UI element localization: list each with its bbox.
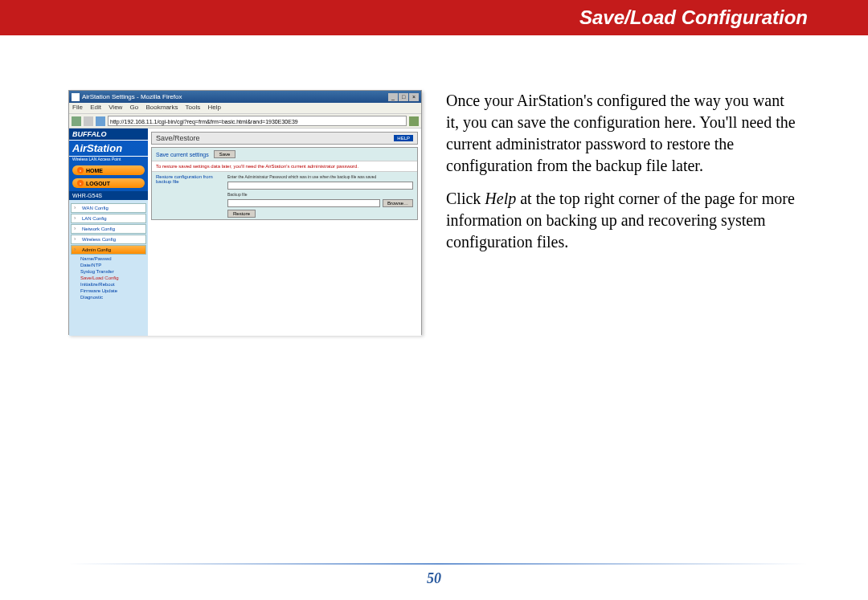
browse-button[interactable]: Browse… [383, 199, 413, 207]
menu-file[interactable]: File [72, 104, 83, 111]
reload-icon[interactable] [96, 116, 105, 126]
chevron-icon: › [74, 226, 80, 232]
sidebar: BUFFALO AirStation Wireless LAN Access P… [69, 129, 148, 336]
panel-title: Save/Restore [156, 134, 200, 142]
sidebar-item-wireless[interactable]: ›Wireless Config [71, 235, 146, 244]
url-field[interactable]: http://192.168.11.1/cgi-bin/cgi?req=frm&… [108, 116, 407, 126]
product-name: AirStation [69, 141, 148, 157]
file-line: Browse… [227, 199, 413, 207]
panel-header: Save/Restore HELP [151, 132, 418, 145]
paragraph-2: Click Help at the top right corner of th… [446, 188, 800, 253]
sub-item-init[interactable]: Initialize/Reboot [71, 281, 146, 288]
sidebar-items: ›WAN Config ›LAN Config ›Network Config … [69, 200, 148, 336]
forward-icon[interactable] [84, 116, 93, 126]
menu-tools[interactable]: Tools [186, 104, 201, 111]
paragraph-1: Once your AirStation's configured the wa… [446, 90, 800, 177]
help-button[interactable]: HELP [394, 135, 413, 141]
home-label: HOME [86, 168, 103, 173]
sidebar-item-label: Wireless Config [82, 237, 116, 242]
password-input[interactable] [227, 182, 413, 190]
logo: BUFFALO [69, 129, 148, 141]
sidebar-item-network[interactable]: ›Network Config [71, 224, 146, 234]
sidebar-item-label: Admin Config [82, 247, 111, 252]
go-icon[interactable] [409, 116, 419, 126]
document-page: Save/Load Configuration AirStation Setti… [0, 0, 868, 600]
product-sub: Wireless LAN Access Point [69, 157, 148, 164]
sub-item-syslog[interactable]: Syslog Transfer [71, 268, 146, 275]
close-button[interactable]: × [409, 93, 419, 101]
chevron-icon: › [74, 236, 80, 243]
menu-go[interactable]: Go [130, 104, 139, 111]
save-button[interactable]: Save [214, 150, 236, 158]
save-row: Save current settings Save [152, 148, 417, 161]
logout-button[interactable]: ›LOGOUT [72, 178, 145, 188]
sidebar-item-label: Network Config [82, 227, 115, 231]
window-titlebar: AirStation Settings - Mozilla Firefox _ … [69, 91, 421, 103]
restore-row: Restore configuration from backup file E… [152, 172, 417, 219]
sidebar-item-lan[interactable]: ›LAN Config [71, 214, 146, 223]
p2-emphasis: Help [485, 190, 516, 207]
file-input[interactable] [227, 199, 380, 207]
app-icon [72, 93, 80, 101]
screenshot-mockup: AirStation Settings - Mozilla Firefox _ … [68, 90, 422, 335]
main-panel: Save/Restore HELP Save current settings … [148, 129, 421, 336]
chevron-icon: › [74, 215, 80, 222]
menu-help[interactable]: Help [208, 104, 221, 111]
sub-item-date[interactable]: Date/NTP [71, 262, 146, 268]
sub-item-name[interactable]: Name/Passwd [71, 255, 146, 262]
warning-note: To restore saved settings data later, yo… [152, 161, 417, 172]
sub-item-saveload[interactable]: Save/Load Config [71, 275, 146, 281]
p2-text-a: Click [446, 190, 485, 207]
window-title: AirStation Settings - Mozilla Firefox [82, 93, 388, 100]
save-label: Save current settings [156, 152, 209, 157]
chevron-icon: › [74, 205, 80, 211]
address-bar: http://192.168.11.1/cgi-bin/cgi?req=frm&… [69, 114, 421, 129]
browser-menubar: File Edit View Go Bookmarks Tools Help [69, 103, 421, 114]
home-button[interactable]: ›HOME [72, 165, 145, 175]
window-buttons: _ □ × [388, 93, 419, 101]
model-label: WHR-G54S [69, 191, 148, 200]
content-area: AirStation Settings - Mozilla Firefox _ … [0, 35, 868, 351]
restore-controls: Enter the Administrator Password which w… [227, 174, 413, 217]
backup-file-label: Backup file [227, 192, 413, 198]
maximize-button[interactable]: □ [399, 93, 408, 101]
sub-item-diag[interactable]: Diagnostic [71, 294, 146, 300]
password-line [227, 182, 413, 190]
minimize-button[interactable]: _ [388, 93, 398, 101]
content-box: Save current settings Save To restore sa… [151, 147, 418, 220]
logout-label: LOGOUT [86, 181, 110, 186]
header-band: Save/Load Configuration [0, 0, 868, 35]
body-text: Once your AirStation's configured the wa… [446, 90, 800, 335]
sub-item-firmware[interactable]: Firmware Update [71, 288, 146, 294]
sidebar-item-admin[interactable]: ›Admin Config [71, 245, 146, 255]
sidebar-item-label: LAN Config [82, 216, 107, 221]
sidebar-item-label: WAN Config [82, 206, 108, 210]
browser-body: BUFFALO AirStation Wireless LAN Access P… [69, 129, 421, 336]
password-note: Enter the Administrator Password which w… [227, 174, 413, 180]
chevron-icon: › [74, 247, 80, 253]
page-title: Save/Load Configuration [579, 6, 808, 29]
sidebar-item-wan[interactable]: ›WAN Config [71, 203, 146, 213]
back-icon[interactable] [72, 116, 81, 126]
restore-button[interactable]: Restore [227, 210, 256, 218]
menu-bookmarks[interactable]: Bookmarks [146, 104, 178, 111]
menu-edit[interactable]: Edit [90, 104, 101, 111]
menu-view[interactable]: View [108, 104, 122, 111]
page-number: 50 [0, 570, 868, 587]
footer-rule [68, 563, 808, 565]
restore-label: Restore configuration from backup file [156, 174, 224, 217]
